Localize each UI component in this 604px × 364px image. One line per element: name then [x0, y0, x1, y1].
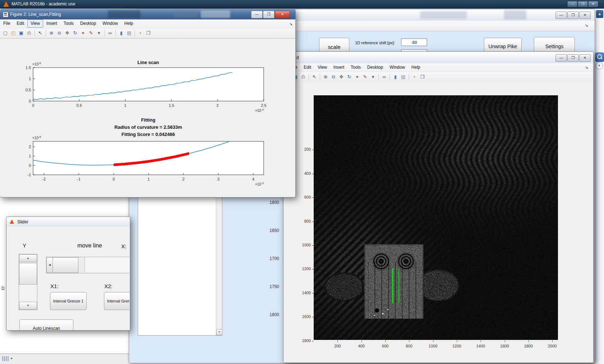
toolbar-separator — [135, 30, 135, 36]
ref-shift-input[interactable] — [401, 38, 427, 46]
slider-titlebar[interactable]: Slider — [6, 217, 130, 227]
resize-grip-icon[interactable]: ⋰ — [598, 357, 603, 362]
tick-label: 0 — [32, 103, 34, 108]
scroll-down-button[interactable]: ▼ — [216, 329, 222, 335]
data-cursor-icon[interactable]: ⌖ — [80, 30, 87, 36]
dropdown-icon[interactable]: ▾ — [369, 74, 377, 80]
brush-icon[interactable]: ✎ — [87, 30, 95, 36]
slider-left-button[interactable]: ◀ — [46, 257, 53, 273]
image-y-tick: 600 — [294, 195, 311, 199]
legend-icon[interactable]: ▤ — [400, 74, 407, 80]
menu-item-view[interactable]: View — [314, 63, 330, 72]
listbox[interactable]: ▼ — [138, 182, 222, 336]
right-figure-titlebar[interactable]: d — ❐ ✕ — [283, 52, 593, 64]
slider-up-button[interactable]: ▲ — [19, 254, 37, 262]
figure2-window-buttons: — ❐ ✕ — [251, 11, 290, 18]
collapse-panel-button[interactable]: ▲ — [596, 10, 603, 18]
minimized-window-handle[interactable]: ▲ — [2, 356, 17, 362]
image-y-tick: 2000 — [294, 362, 311, 363]
menu-item-insert[interactable]: Insert — [330, 63, 348, 72]
interval-grenze2-button[interactable]: Interval Grenze 2 — [104, 292, 130, 310]
link-plot-icon[interactable]: ∞ — [106, 30, 114, 36]
figure2-titlebar[interactable]: Figure 2: Line_scan,Fitting — ❐ ✕ — [0, 9, 295, 19]
search-options-button[interactable]: ▼ — [596, 62, 603, 69]
minimize-icon[interactable]: — — [555, 12, 567, 19]
minimize-icon[interactable]: — — [555, 54, 567, 62]
close-icon[interactable]: ✕ — [579, 54, 591, 62]
menu-item-edit[interactable]: Edit — [13, 19, 27, 28]
menu-item-insert[interactable]: Insert — [43, 19, 60, 28]
move-line-slider[interactable]: ◀ — [46, 257, 130, 273]
image-y-tick: 1800 — [294, 338, 311, 343]
rotate-icon[interactable]: ↻ — [346, 74, 353, 80]
right-sidebar: ▲ ▼ ⋰ — [594, 9, 604, 364]
restore-icon[interactable]: ❐ — [567, 12, 579, 19]
minimize-icon[interactable]: — — [251, 11, 263, 18]
rotate-icon[interactable]: ↻ — [72, 30, 79, 36]
menu-item-window[interactable]: Window — [386, 63, 408, 72]
data-cursor-icon[interactable]: ⌖ — [354, 74, 361, 80]
interval-grenze1-button[interactable]: Interval Grenze 1 — [50, 292, 87, 310]
dock-arrow-icon[interactable]: ↘ — [585, 65, 588, 70]
pointer-icon[interactable]: ↖ — [37, 30, 44, 36]
image-x-tick: 400 — [354, 344, 369, 348]
move-line-slider-thumb[interactable] — [53, 257, 78, 273]
colorbar-icon[interactable]: ▮ — [118, 30, 125, 36]
menu-item-view[interactable]: View — [27, 19, 43, 28]
new-figure-icon[interactable]: ▢ — [2, 30, 9, 36]
y-slider[interactable]: ▲ ▼ — [19, 254, 37, 310]
search-button[interactable] — [595, 53, 604, 62]
open-file-icon[interactable]: ◰ — [10, 30, 17, 36]
dock-arrow-icon[interactable]: ↘ — [289, 22, 292, 26]
print-icon[interactable]: ⎙ — [26, 30, 33, 36]
y-slider-thumb[interactable] — [19, 263, 37, 285]
minimize-icon[interactable]: — — [567, 1, 577, 7]
print-icon[interactable]: ⎙ — [300, 74, 307, 80]
zoom-out-icon[interactable]: ⊖ — [330, 74, 337, 80]
image-y-tick: 200 — [294, 147, 311, 151]
listbox-scrollbar[interactable]: ▼ — [216, 182, 222, 335]
slider-down-button[interactable]: ▼ — [19, 302, 37, 310]
pointer-icon[interactable]: ↖ — [311, 74, 318, 80]
menu-item-tools[interactable]: Tools — [60, 19, 77, 28]
dock-arrow-icon[interactable]: ↘ — [585, 23, 588, 28]
menu-item-desktop[interactable]: Desktop — [77, 19, 99, 28]
tick-label: 0 — [29, 99, 31, 103]
menu-item-help[interactable]: Help — [408, 63, 424, 72]
menu-item-desktop[interactable]: Desktop — [364, 63, 386, 72]
maximize-icon[interactable]: ❐ — [263, 11, 274, 18]
close-icon[interactable]: ✕ — [588, 1, 598, 7]
save-icon[interactable]: ▣ — [18, 30, 25, 36]
pan-icon[interactable]: ✥ — [64, 30, 71, 36]
dock-off-icon[interactable]: ▪ — [411, 74, 418, 80]
auto-linescan-button[interactable]: Auto Linescan — [19, 319, 73, 330]
brush-icon[interactable]: ✎ — [362, 74, 369, 80]
zoom-out-icon[interactable]: ⊖ — [56, 30, 63, 36]
link-plot-icon[interactable]: ∞ — [381, 74, 388, 80]
zoom-in-icon[interactable]: ⊕ — [48, 30, 55, 36]
dropdown-icon[interactable]: ▾ — [95, 30, 103, 36]
figure2-plot-area[interactable]: 00.511.522.500.511.5-2-101234-1012×10-6×… — [0, 38, 295, 197]
close-icon[interactable]: ✕ — [579, 12, 591, 19]
plot-title: Fitting — [141, 117, 155, 123]
menu-item-edit[interactable]: Edit — [300, 63, 314, 72]
pan-icon[interactable]: ✥ — [338, 74, 345, 80]
dock-figure-icon[interactable]: ❒ — [145, 30, 152, 36]
menu-item-file[interactable]: File — [0, 19, 13, 28]
dock-off-icon[interactable]: ▪ — [137, 30, 144, 36]
zoom-in-icon[interactable]: ⊕ — [322, 74, 329, 80]
close-icon[interactable]: ✕ — [275, 11, 290, 18]
menu-item-window[interactable]: Window — [99, 19, 121, 28]
image-x-tick: 1800 — [521, 344, 536, 348]
colorbar-icon[interactable]: ▮ — [392, 74, 399, 80]
right-figure-window-buttons: — ❐ ✕ — [555, 54, 591, 62]
plot-title: Line scan — [137, 60, 159, 65]
menu-item-help[interactable]: Help — [121, 19, 137, 28]
dock-figure-icon[interactable]: ❒ — [419, 74, 426, 80]
legend-icon[interactable]: ▤ — [126, 30, 133, 36]
tick-label: 2 — [182, 177, 185, 181]
restore-icon[interactable]: ❐ — [567, 54, 579, 62]
restore-icon[interactable]: ❐ — [578, 1, 588, 7]
interferogram-image[interactable] — [314, 95, 558, 340]
menu-item-tools[interactable]: Tools — [348, 63, 364, 72]
